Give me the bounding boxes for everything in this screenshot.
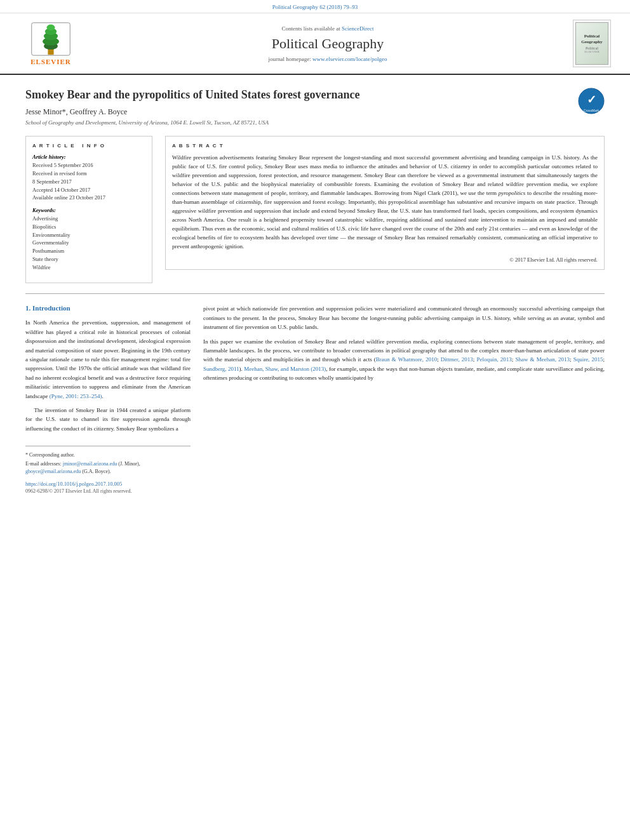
journal-reference: Political Geography 62 (2018) 79–93: [0, 0, 630, 13]
footer-copyright: 0962-6298/© 2017 Elsevier Ltd. All right…: [25, 488, 191, 494]
keyword-item: Advertising: [32, 215, 145, 223]
article-title-area: ✓ CrossMark Smokey Bear and the pyropoli…: [25, 88, 605, 102]
revised-date: 8 September 2017: [32, 178, 145, 186]
accepted-date: Accepted 14 October 2017: [32, 186, 145, 194]
keyword-item: Biopolitics: [32, 223, 145, 231]
abstract-label: A B S T R A C T: [172, 143, 598, 149]
intro-right-paragraphs: pivot point at which nationwide fire pre…: [203, 304, 605, 382]
svg-text:CrossMark: CrossMark: [584, 109, 600, 112]
article-info-column: A R T I C L E I N F O Article history: R…: [25, 136, 152, 283]
affiliation: School of Geography and Development, Uni…: [25, 119, 605, 126]
intro-left-column: 1. Introduction In North America the pre…: [25, 304, 191, 494]
intro-heading: 1. Introduction: [25, 304, 191, 312]
copyright-notice: © 2017 Elsevier Ltd. All rights reserved…: [172, 257, 598, 263]
article-title: Smokey Bear and the pyropolitics of Unit…: [25, 88, 605, 102]
keyword-item: Environmentality: [32, 231, 145, 239]
email1-link[interactable]: jminor@email.arizona.edu: [63, 461, 117, 467]
keyword-item: Wildfire: [32, 263, 145, 272]
history-label: Article history:: [32, 154, 145, 160]
svg-text:✓: ✓: [587, 93, 596, 106]
article-info-box: A R T I C L E I N F O Article history: R…: [25, 136, 152, 283]
abstract-box: A B S T R A C T Wildfire prevention adve…: [165, 136, 605, 269]
journal-cover-thumbnail: Political Geography Political ELSEVIER: [573, 20, 611, 67]
intro-left-para-0: In North America the prevention, suppres…: [25, 318, 191, 401]
intro-right-para-1: In this paper we examine the evolution o…: [203, 337, 605, 383]
intro-right-para-0: pivot point at which nationwide fire pre…: [203, 304, 605, 331]
crossmark-icon[interactable]: ✓ CrossMark: [578, 88, 605, 114]
article-content: ✓ CrossMark Smokey Bear and the pyropoli…: [0, 75, 630, 507]
elsevier-brand: ELSEVIER: [30, 58, 71, 65]
section-divider: [25, 293, 605, 294]
article-info-label: A R T I C L E I N F O: [32, 143, 145, 149]
elsevier-logo-container: ELSEVIER: [13, 22, 89, 65]
intro-left-paragraphs: In North America the prevention, suppres…: [25, 318, 191, 433]
elsevier-logo: ELSEVIER: [29, 22, 73, 65]
sciencedirect-link[interactable]: ScienceDirect: [342, 25, 373, 32]
keyword-item: Governmentality: [32, 239, 145, 247]
introduction-section: 1. Introduction In North America the pre…: [25, 304, 605, 494]
journal-header: ELSEVIER Contents lists available at Sci…: [0, 13, 630, 75]
journal-center: Contents lists available at ScienceDirec…: [89, 25, 566, 62]
keyword-item: State theory: [32, 255, 145, 263]
article-info-abstract-row: A R T I C L E I N F O Article history: R…: [25, 136, 605, 283]
authors: Jesse Minor*, Geoffrey A. Boyce: [25, 107, 605, 117]
abstract-text: Wildfire prevention advertisements featu…: [172, 154, 598, 251]
available-date: Available online 23 October 2017: [32, 194, 145, 202]
intro-right-column: pivot point at which nationwide fire pre…: [203, 304, 605, 494]
elsevier-tree-icon: [29, 22, 73, 57]
email2-link[interactable]: gboyce@email.arizona.edu: [25, 469, 81, 474]
doi-link[interactable]: https://doi.org/10.1016/j.polgeo.2017.10…: [25, 481, 191, 487]
keywords-list: AdvertisingBiopoliticsEnvironmentalityGo…: [32, 215, 145, 271]
keyword-item: Posthumanism: [32, 247, 145, 255]
contents-available-line: Contents lists available at ScienceDirec…: [89, 25, 566, 32]
journal-title: Political Geography: [89, 36, 566, 52]
svg-point-5: [47, 25, 55, 30]
abstract-column: A B S T R A C T Wildfire prevention adve…: [165, 136, 605, 283]
article-history-group: Article history: Received 5 September 20…: [32, 154, 145, 202]
email-addresses: E-mail addresses: jminor@email.arizona.e…: [25, 460, 191, 476]
received-date: Received 5 September 2016: [32, 161, 145, 170]
journal-cover-container: Political Geography Political ELSEVIER: [566, 20, 617, 67]
keywords-group: Keywords: AdvertisingBiopoliticsEnvironm…: [32, 207, 145, 271]
footnotes: * Corresponding author. E-mail addresses…: [25, 446, 191, 494]
homepage-line: journal homepage: www.elsevier.com/locat…: [89, 56, 566, 62]
intro-left-para-1: The invention of Smokey Bear in 1944 cre…: [25, 406, 191, 433]
homepage-url[interactable]: www.elsevier.com/locate/polgeo: [312, 56, 387, 62]
keywords-label: Keywords:: [32, 207, 145, 213]
corresponding-author-note: * Corresponding author.: [25, 451, 191, 459]
received-revised-label: Received in revised form: [32, 170, 145, 178]
cover-title: Political Geography: [576, 34, 608, 44]
